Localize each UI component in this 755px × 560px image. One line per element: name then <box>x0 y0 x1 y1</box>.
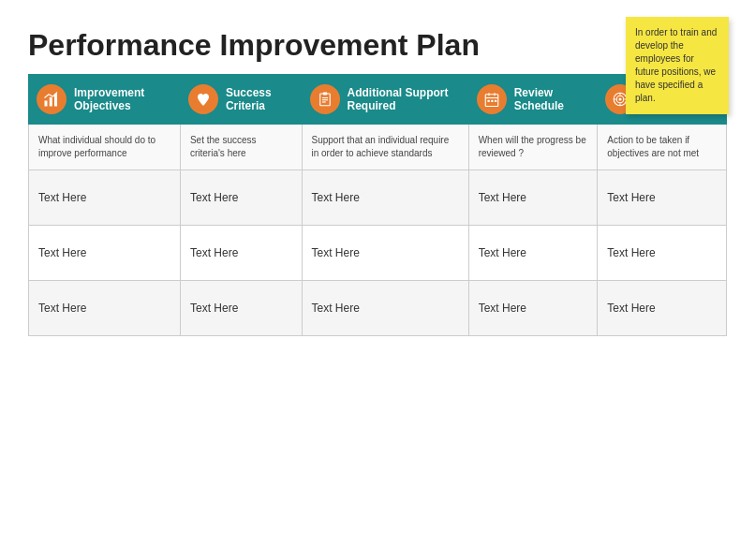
pip-table: Improvement Objectives Success Criteria <box>28 74 727 336</box>
svg-rect-0 <box>45 101 48 107</box>
table-row: Text Here Text Here Text Here Text Here … <box>29 226 727 281</box>
row3-col3[interactable]: Text Here <box>302 281 468 336</box>
row1-col1[interactable]: Text Here <box>29 170 181 226</box>
row1-col4[interactable]: Text Here <box>468 170 598 226</box>
svg-rect-2 <box>54 94 57 107</box>
page-title: Performance Improvement Plan <box>28 19 727 63</box>
row3-col5[interactable]: Text Here <box>598 281 727 336</box>
row1-col5[interactable]: Text Here <box>598 170 727 226</box>
desc-col1: What individual should do to improve per… <box>29 125 181 170</box>
sticky-note: In order to train and develop the employ… <box>626 17 729 114</box>
header-col4: Review Schedule <box>468 75 598 125</box>
header-col1: Improvement Objectives <box>29 75 181 125</box>
svg-rect-1 <box>50 97 52 107</box>
calendar-icon <box>477 84 507 114</box>
hand-heart-icon <box>188 84 218 114</box>
row2-col5[interactable]: Text Here <box>598 226 727 281</box>
header-col2: Success Criteria <box>180 75 302 125</box>
desc-col3: Support that an individual require in or… <box>302 125 468 170</box>
table-row: Text Here Text Here Text Here Text Here … <box>29 281 727 336</box>
row1-col3[interactable]: Text Here <box>302 170 468 226</box>
svg-rect-13 <box>491 100 493 102</box>
desc-col4: When will the progress be reviewed ? <box>468 125 598 170</box>
header-row: Improvement Objectives Success Criteria <box>29 75 727 125</box>
clipboard-icon <box>310 84 340 114</box>
svg-point-17 <box>619 98 622 101</box>
svg-rect-4 <box>322 93 327 96</box>
row2-col3[interactable]: Text Here <box>302 226 468 281</box>
row2-col1[interactable]: Text Here <box>29 226 181 281</box>
row1-col2[interactable]: Text Here <box>180 170 302 226</box>
chart-up-icon <box>37 84 67 114</box>
slide: In order to train and develop the employ… <box>0 0 755 560</box>
row3-col4[interactable]: Text Here <box>468 281 598 336</box>
row2-col4[interactable]: Text Here <box>468 226 598 281</box>
svg-rect-14 <box>495 100 496 102</box>
description-row: What individual should do to improve per… <box>29 125 727 170</box>
row2-col2[interactable]: Text Here <box>180 226 302 281</box>
table-row: Text Here Text Here Text Here Text Here … <box>29 170 727 226</box>
svg-rect-12 <box>487 100 489 102</box>
row3-col1[interactable]: Text Here <box>29 281 181 336</box>
desc-col5: Action to be taken if objectives are not… <box>598 125 727 170</box>
row3-col2[interactable]: Text Here <box>180 281 302 336</box>
header-col3: Additional Support Required <box>302 75 468 125</box>
desc-col2: Set the success criteria's here <box>180 125 302 170</box>
